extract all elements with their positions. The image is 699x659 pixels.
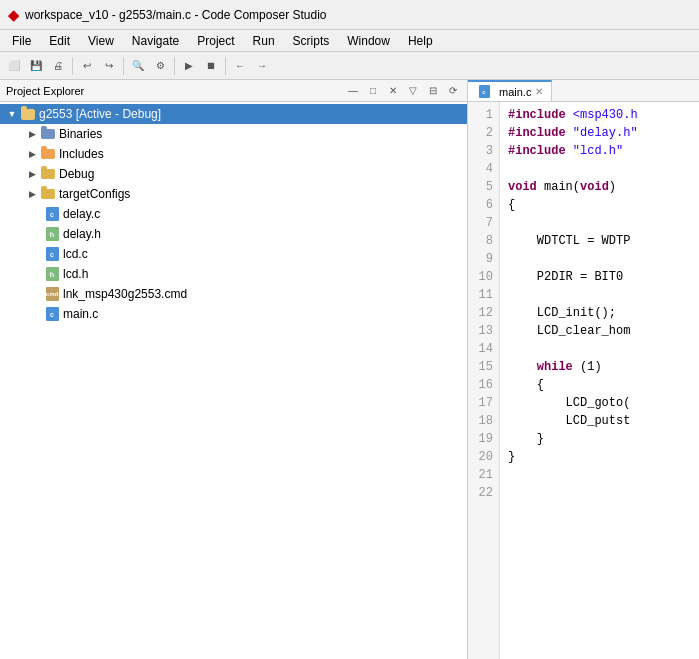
lcd-h-label: lcd.h bbox=[63, 267, 88, 281]
lcd-h-icon: h bbox=[44, 266, 60, 282]
tree-main-c[interactable]: c main.c bbox=[0, 304, 467, 324]
app-icon: ◆ bbox=[8, 7, 19, 23]
main-layout: Project Explorer — □ ✕ ▽ ⊟ ⟳ ▼ g2553 [Ac… bbox=[0, 80, 699, 659]
lcd-c-icon: c bbox=[44, 246, 60, 262]
toolbar-search[interactable]: 🔍 bbox=[128, 56, 148, 76]
delay-h-icon: h bbox=[44, 226, 60, 242]
menu-navigate[interactable]: Navigate bbox=[124, 32, 187, 50]
menu-edit[interactable]: Edit bbox=[41, 32, 78, 50]
tree-binaries[interactable]: ▶ Binaries bbox=[0, 124, 467, 144]
includes-icon bbox=[40, 146, 56, 162]
menu-bar: File Edit View Navigate Project Run Scri… bbox=[0, 30, 699, 52]
tree-root[interactable]: ▼ g2553 [Active - Debug] bbox=[0, 104, 467, 124]
debug-folder-icon bbox=[40, 166, 56, 182]
panel-sync[interactable]: ⟳ bbox=[445, 83, 461, 99]
includes-arrow: ▶ bbox=[24, 146, 40, 162]
tree-includes[interactable]: ▶ Includes bbox=[0, 144, 467, 164]
menu-scripts[interactable]: Scripts bbox=[285, 32, 338, 50]
toolbar-print[interactable]: 🖨 bbox=[48, 56, 68, 76]
toolbar-sep1 bbox=[72, 57, 73, 75]
includes-label: Includes bbox=[59, 147, 104, 161]
binaries-label: Binaries bbox=[59, 127, 102, 141]
targetconfigs-arrow: ▶ bbox=[24, 186, 40, 202]
tab-file-icon: c bbox=[476, 84, 492, 100]
project-explorer-panel: Project Explorer — □ ✕ ▽ ⊟ ⟳ ▼ g2553 [Ac… bbox=[0, 80, 468, 659]
tree-delay-c[interactable]: c delay.c bbox=[0, 204, 467, 224]
panel-close[interactable]: ✕ bbox=[385, 83, 401, 99]
menu-project[interactable]: Project bbox=[189, 32, 242, 50]
debug-label: Debug bbox=[59, 167, 94, 181]
tree-lcd-h[interactable]: h lcd.h bbox=[0, 264, 467, 284]
panel-maximize[interactable]: □ bbox=[365, 83, 381, 99]
toolbar-debug[interactable]: ▶ bbox=[179, 56, 199, 76]
menu-run[interactable]: Run bbox=[245, 32, 283, 50]
binaries-arrow: ▶ bbox=[24, 126, 40, 142]
lnk-label: lnk_msp430g2553.cmd bbox=[63, 287, 187, 301]
panel-title: Project Explorer bbox=[6, 85, 341, 97]
menu-window[interactable]: Window bbox=[339, 32, 398, 50]
tree-debug[interactable]: ▶ Debug bbox=[0, 164, 467, 184]
binaries-icon bbox=[40, 126, 56, 142]
toolbar-redo[interactable]: ↪ bbox=[99, 56, 119, 76]
toolbar-undo[interactable]: ↩ bbox=[77, 56, 97, 76]
tab-close-btn[interactable]: ✕ bbox=[535, 86, 543, 97]
editor-tab-main-c[interactable]: c main.c ✕ bbox=[468, 80, 552, 101]
project-tree: ▼ g2553 [Active - Debug] ▶ Binaries ▶ bbox=[0, 102, 467, 659]
lcd-c-label: lcd.c bbox=[63, 247, 88, 261]
tree-delay-h[interactable]: h delay.h bbox=[0, 224, 467, 244]
tab-label: main.c bbox=[499, 86, 531, 98]
toolbar-sep2 bbox=[123, 57, 124, 75]
menu-help[interactable]: Help bbox=[400, 32, 441, 50]
delay-h-label: delay.h bbox=[63, 227, 101, 241]
panel-minimize[interactable]: — bbox=[345, 83, 361, 99]
toolbar-settings[interactable]: ⚙ bbox=[150, 56, 170, 76]
line-numbers: 1 2 3 4 5 6 7 8 9 10 11 12 13 14 15 16 1… bbox=[468, 102, 500, 659]
toolbar-forward[interactable]: → bbox=[252, 56, 272, 76]
panel-menu[interactable]: ▽ bbox=[405, 83, 421, 99]
delay-c-icon: c bbox=[44, 206, 60, 222]
code-editor[interactable]: 1 2 3 4 5 6 7 8 9 10 11 12 13 14 15 16 1… bbox=[468, 102, 699, 659]
title-bar: ◆ workspace_v10 - g2553/main.c - Code Co… bbox=[0, 0, 699, 30]
toolbar-stop[interactable]: ⏹ bbox=[201, 56, 221, 76]
toolbar-new[interactable]: ⬜ bbox=[4, 56, 24, 76]
toolbar-sep3 bbox=[174, 57, 175, 75]
project-icon bbox=[20, 106, 36, 122]
tree-targetconfigs[interactable]: ▶ targetConfigs bbox=[0, 184, 467, 204]
delay-c-label: delay.c bbox=[63, 207, 100, 221]
toolbar-save[interactable]: 💾 bbox=[26, 56, 46, 76]
targetconfigs-icon bbox=[40, 186, 56, 202]
toolbar: ⬜ 💾 🖨 ↩ ↪ 🔍 ⚙ ▶ ⏹ ← → bbox=[0, 52, 699, 80]
panel-header: Project Explorer — □ ✕ ▽ ⊟ ⟳ bbox=[0, 80, 467, 102]
code-text[interactable]: #include <msp430.h #include "delay.h" #i… bbox=[500, 102, 699, 659]
menu-file[interactable]: File bbox=[4, 32, 39, 50]
window-title: workspace_v10 - g2553/main.c - Code Comp… bbox=[25, 8, 327, 22]
root-label: g2553 [Active - Debug] bbox=[39, 107, 161, 121]
lnk-icon: cmd bbox=[44, 286, 60, 302]
panel-filter[interactable]: ⊟ bbox=[425, 83, 441, 99]
root-arrow: ▼ bbox=[4, 106, 20, 122]
main-c-icon: c bbox=[44, 306, 60, 322]
debug-arrow: ▶ bbox=[24, 166, 40, 182]
tree-lcd-c[interactable]: c lcd.c bbox=[0, 244, 467, 264]
targetconfigs-label: targetConfigs bbox=[59, 187, 130, 201]
menu-view[interactable]: View bbox=[80, 32, 122, 50]
toolbar-sep4 bbox=[225, 57, 226, 75]
main-c-label: main.c bbox=[63, 307, 98, 321]
editor-tab-bar: c main.c ✕ bbox=[468, 80, 699, 102]
tree-lnk-cmd[interactable]: cmd lnk_msp430g2553.cmd bbox=[0, 284, 467, 304]
toolbar-back[interactable]: ← bbox=[230, 56, 250, 76]
editor-panel: c main.c ✕ 1 2 3 4 5 6 7 8 9 10 11 12 13 bbox=[468, 80, 699, 659]
